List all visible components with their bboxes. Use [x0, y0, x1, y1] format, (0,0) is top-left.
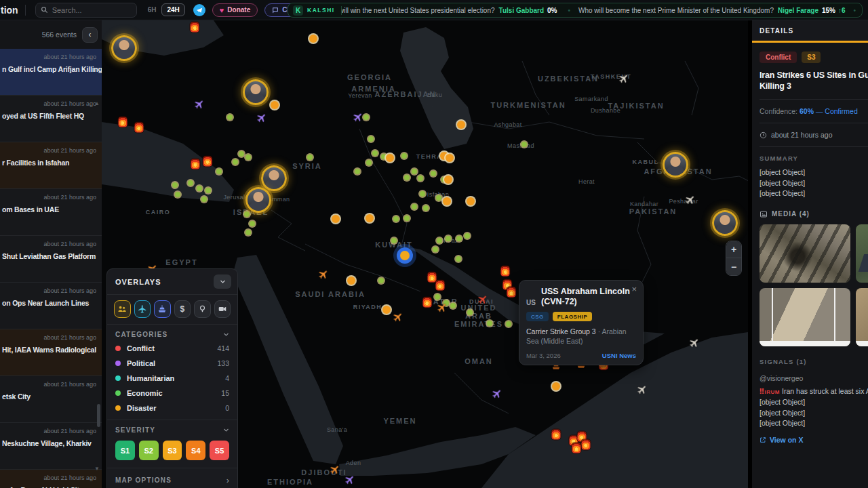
explosion-marker[interactable] [582, 440, 591, 450]
aircraft-marker[interactable] [637, 384, 648, 398]
event-list-item[interactable]: about 21 hours ago on Ops Near Launch Li… [0, 283, 102, 329]
aircraft-marker[interactable] [437, 302, 448, 316]
aircraft-marker[interactable] [344, 474, 355, 488]
event-dot-green[interactable] [487, 321, 492, 326]
person-avatar-marker[interactable] [243, 79, 269, 105]
economic-toggle[interactable]: $ [174, 300, 191, 318]
explosion-marker[interactable] [507, 287, 516, 298]
scrollbar-thumb[interactable] [97, 404, 100, 427]
event-dot-orange[interactable] [382, 306, 391, 314]
scroll-down-icon[interactable]: ▼ [94, 466, 100, 472]
explosion-marker[interactable] [572, 443, 581, 453]
event-list-item[interactable]: about 21 hours ago Shut Leviathan Gas Pl… [0, 236, 102, 283]
sidebar-collapse-button[interactable]: ‹ [82, 27, 98, 43]
aircraft-marker[interactable] [685, 195, 696, 208]
event-list-item[interactable]: about 21 hours ago Hit, IAEA Warns Radio… [0, 329, 102, 376]
source-link[interactable]: USNI News [602, 352, 636, 359]
event-dot-orange[interactable] [443, 197, 451, 205]
event-dot-green[interactable] [239, 151, 244, 157]
event-list-item[interactable]: about 21 hours ago om Bases in UAE [0, 189, 102, 236]
event-dot-green[interactable] [404, 175, 410, 180]
forces-toggle[interactable] [114, 300, 131, 318]
search-input[interactable] [52, 6, 127, 14]
balloons-toggle[interactable] [194, 300, 211, 318]
view-on-x-link[interactable]: View on X [760, 436, 868, 444]
event-dot-green[interactable] [366, 160, 372, 165]
categories-header[interactable]: CATEGORIES [107, 325, 237, 341]
event-dot-green[interactable] [245, 155, 251, 160]
event-list-item[interactable]: about 21 hours ago oyed at US Fifth Flee… [0, 96, 102, 142]
event-dot-green[interactable] [423, 205, 429, 211]
aircraft-marker[interactable] [618, 73, 629, 87]
explosion-marker[interactable] [501, 266, 510, 277]
event-dot-green[interactable] [404, 216, 410, 221]
event-dot-green[interactable] [216, 169, 222, 174]
event-dot-green[interactable] [201, 197, 207, 202]
media-thumbnail[interactable] [760, 224, 850, 283]
search-box[interactable] [35, 3, 137, 18]
event-dot-green[interactable] [307, 155, 313, 160]
naval-toggle[interactable] [154, 300, 171, 318]
media-thumbnail[interactable] [760, 288, 850, 346]
time-range-6h[interactable]: 6H [148, 6, 157, 14]
event-dot-green[interactable] [244, 211, 250, 217]
ticker-item[interactable]: Who will become the next Prime Minister … [578, 7, 862, 14]
event-dot-orange[interactable] [446, 154, 454, 162]
explosion-marker[interactable] [552, 430, 561, 440]
event-dot-orange[interactable] [457, 121, 465, 129]
event-dot-orange[interactable] [552, 382, 560, 390]
category-row[interactable]: Humanitarian 4 [107, 371, 237, 386]
aircraft-marker[interactable] [492, 388, 502, 402]
aircraft-marker[interactable] [353, 112, 363, 125]
event-dot-green[interactable] [412, 204, 417, 209]
event-dot-orange[interactable] [332, 215, 340, 223]
zoom-in-button[interactable]: + [726, 241, 741, 258]
map-options-row[interactable]: MAP OPTIONS › [107, 468, 237, 488]
person-avatar-marker[interactable] [712, 210, 738, 236]
event-dot-green[interactable] [506, 321, 511, 327]
severity-chip[interactable]: S3 [163, 441, 182, 460]
severity-header[interactable]: SEVERITY [107, 420, 237, 436]
event-dot-green[interactable] [435, 294, 440, 300]
category-row[interactable]: Economic 15 [107, 386, 237, 401]
aircraft-marker[interactable] [689, 338, 700, 351]
aircraft-marker[interactable] [477, 294, 488, 308]
time-range-24h[interactable]: 24H [161, 3, 184, 16]
event-dot-orange[interactable] [271, 101, 279, 109]
media-thumbnail[interactable] [856, 288, 868, 346]
event-list-item[interactable]: about 21 hours ago etsk City [0, 376, 102, 423]
event-dot-green[interactable] [456, 256, 461, 262]
aircraft-marker[interactable] [318, 269, 329, 283]
event-dot-green[interactable] [205, 188, 211, 193]
aircraft-marker[interactable] [330, 464, 340, 478]
category-row[interactable]: Conflict 414 [107, 341, 237, 356]
person-avatar-marker[interactable] [663, 152, 688, 178]
explosion-marker[interactable] [191, 159, 200, 169]
severity-chip[interactable]: S2 [139, 441, 159, 460]
event-dot-green[interactable] [450, 303, 456, 308]
telegram-button[interactable] [193, 4, 205, 16]
aircraft-marker[interactable] [393, 312, 403, 325]
event-dot-green[interactable] [393, 216, 399, 222]
category-row[interactable]: Disaster 0 [107, 401, 237, 415]
explosion-marker[interactable] [203, 157, 212, 167]
event-dot-green[interactable] [521, 142, 527, 147]
explosion-marker[interactable] [436, 281, 445, 291]
event-dot-green[interactable] [465, 233, 470, 239]
event-dot-green[interactable] [368, 136, 374, 142]
aircraft-marker[interactable] [256, 113, 267, 126]
category-row[interactable]: Political 133 [107, 356, 237, 371]
person-avatar-marker[interactable] [111, 35, 137, 61]
event-dot-orange[interactable] [309, 35, 317, 43]
ticker-item[interactable]: Who will win the next United States pres… [342, 7, 578, 14]
severity-chip[interactable]: S1 [115, 441, 135, 460]
severity-chip[interactable]: S5 [210, 441, 229, 460]
media-toggle[interactable] [214, 300, 231, 318]
explosion-marker[interactable] [135, 123, 144, 133]
event-dot-green[interactable] [456, 236, 462, 241]
person-avatar-marker[interactable] [245, 187, 271, 213]
overlays-collapse-button[interactable] [214, 274, 231, 289]
event-dot-orange[interactable] [386, 154, 394, 162]
event-dot-green[interactable] [188, 180, 193, 186]
severity-chip[interactable]: S4 [186, 441, 205, 460]
